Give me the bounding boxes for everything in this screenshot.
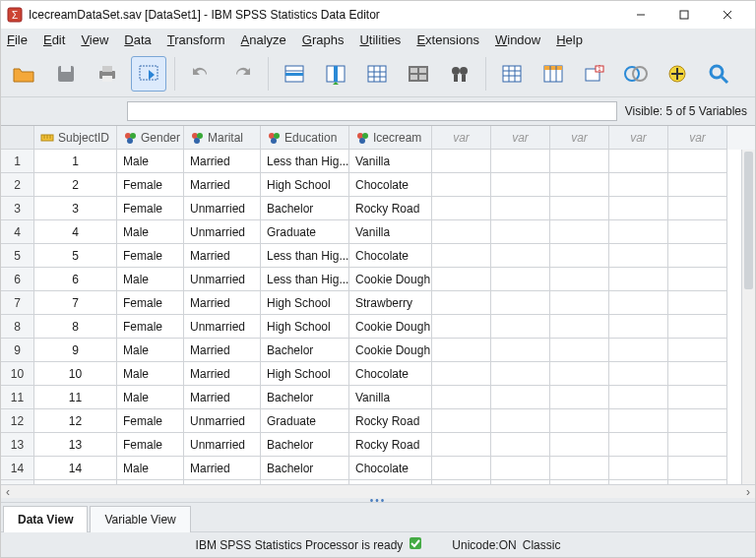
- menu-file[interactable]: File: [7, 32, 28, 47]
- cell-marital[interactable]: Married: [184, 386, 261, 409]
- cell-subjectid[interactable]: 5: [34, 244, 117, 268]
- cell-gender[interactable]: Male: [117, 150, 184, 173]
- cell-empty[interactable]: [491, 220, 550, 244]
- cell-empty[interactable]: [491, 268, 550, 291]
- close-button[interactable]: [706, 1, 749, 29]
- cell-empty[interactable]: [432, 315, 491, 339]
- cell-marital[interactable]: Married: [184, 173, 261, 197]
- cell-subjectid[interactable]: 13: [34, 433, 117, 457]
- cell-subjectid[interactable]: 14: [34, 457, 117, 480]
- cell-empty[interactable]: [668, 362, 727, 386]
- print-button[interactable]: [90, 56, 125, 92]
- cell-icecream[interactable]: Rocky Road: [349, 433, 432, 457]
- menu-utilities[interactable]: Utilities: [359, 32, 401, 47]
- tab-variable-view[interactable]: Variable View: [90, 506, 190, 532]
- cell-empty[interactable]: [668, 315, 727, 339]
- row-number[interactable]: 2: [1, 173, 34, 197]
- cell-empty[interactable]: [550, 362, 609, 386]
- cell-empty[interactable]: [668, 409, 727, 433]
- menu-transform[interactable]: Transform: [167, 32, 225, 47]
- cell-empty[interactable]: [668, 386, 727, 409]
- vertical-scrollbar[interactable]: [741, 150, 755, 484]
- cell-subjectid[interactable]: 11: [34, 386, 117, 409]
- cell-empty[interactable]: [491, 315, 550, 339]
- col-header-empty[interactable]: var: [432, 126, 491, 150]
- cell-empty[interactable]: [668, 457, 727, 480]
- cell-education[interactable]: High School: [261, 362, 349, 386]
- cell-education[interactable]: Graduate: [261, 220, 349, 244]
- cell-subjectid[interactable]: 15: [34, 480, 117, 484]
- col-header-empty[interactable]: var: [668, 126, 727, 150]
- cell-empty[interactable]: [609, 197, 668, 220]
- cell-gender[interactable]: Male: [117, 457, 184, 480]
- row-number[interactable]: 11: [1, 386, 34, 409]
- cell-empty[interactable]: [609, 409, 668, 433]
- cell-empty[interactable]: [609, 268, 668, 291]
- compute-button[interactable]: [401, 56, 436, 92]
- cell-empty[interactable]: [491, 409, 550, 433]
- cell-gender[interactable]: Female: [117, 173, 184, 197]
- cell-icecream[interactable]: Chocolate: [349, 362, 432, 386]
- menu-extensions[interactable]: Extensions: [416, 32, 479, 47]
- cell-empty[interactable]: [550, 457, 609, 480]
- cell-education[interactable]: Bachelor: [261, 457, 349, 480]
- maximize-button[interactable]: [662, 1, 706, 29]
- cell-empty[interactable]: [609, 480, 668, 484]
- cell-gender[interactable]: Male: [117, 362, 184, 386]
- cell-icecream[interactable]: Chocolate: [349, 173, 432, 197]
- cell-marital[interactable]: Unmarried: [184, 315, 261, 339]
- col-header-empty[interactable]: var: [609, 126, 668, 150]
- cell-empty[interactable]: [550, 173, 609, 197]
- cell-empty[interactable]: [432, 220, 491, 244]
- cell-education[interactable]: Graduate: [261, 409, 349, 433]
- cell-empty[interactable]: [491, 457, 550, 480]
- row-number[interactable]: 1: [1, 150, 34, 173]
- cell-education[interactable]: Graduate: [261, 480, 349, 484]
- cell-empty[interactable]: [609, 339, 668, 362]
- menu-graphs[interactable]: Graphs: [302, 32, 345, 47]
- cell-icecream[interactable]: Chocolate: [349, 457, 432, 480]
- col-header-empty[interactable]: var: [550, 126, 609, 150]
- cell-empty[interactable]: [491, 339, 550, 362]
- cell-education[interactable]: High School: [261, 291, 349, 315]
- cell-empty[interactable]: [491, 362, 550, 386]
- cell-empty[interactable]: [432, 150, 491, 173]
- row-number[interactable]: 8: [1, 315, 34, 339]
- cell-empty[interactable]: [668, 220, 727, 244]
- cell-empty[interactable]: [491, 386, 550, 409]
- cell-empty[interactable]: [491, 244, 550, 268]
- cell-empty[interactable]: [432, 173, 491, 197]
- cell-education[interactable]: Bachelor: [261, 433, 349, 457]
- row-number[interactable]: 14: [1, 457, 34, 480]
- cell-icecream[interactable]: Cookie Dough: [349, 315, 432, 339]
- cell-icecream[interactable]: Strawberry: [349, 291, 432, 315]
- cell-empty[interactable]: [609, 457, 668, 480]
- find-button[interactable]: [442, 56, 477, 92]
- cell-empty[interactable]: [432, 197, 491, 220]
- tab-data-view[interactable]: Data View: [3, 506, 88, 532]
- cell-empty[interactable]: [491, 197, 550, 220]
- col-header-education[interactable]: Education: [261, 126, 349, 150]
- toggle-value-labels-button[interactable]: [131, 56, 166, 92]
- cell-marital[interactable]: Unmarried: [184, 220, 261, 244]
- cell-empty[interactable]: [432, 339, 491, 362]
- cell-empty[interactable]: [609, 173, 668, 197]
- cell-subjectid[interactable]: 8: [34, 315, 117, 339]
- cell-subjectid[interactable]: 3: [34, 197, 117, 220]
- col-header-subjectid[interactable]: SubjectID: [34, 126, 117, 150]
- cell-gender[interactable]: Female: [117, 244, 184, 268]
- col-header-gender[interactable]: Gender: [117, 126, 184, 150]
- cell-icecream[interactable]: Vanilla: [349, 480, 432, 484]
- cell-empty[interactable]: [491, 480, 550, 484]
- cell-empty[interactable]: [609, 315, 668, 339]
- cell-empty[interactable]: [550, 291, 609, 315]
- cell-empty[interactable]: [491, 291, 550, 315]
- cell-empty[interactable]: [432, 409, 491, 433]
- cell-gender[interactable]: Female: [117, 409, 184, 433]
- goto-variable-button[interactable]: [318, 56, 353, 92]
- cell-empty[interactable]: [550, 480, 609, 484]
- cell-marital[interactable]: Unmarried: [184, 409, 261, 433]
- variables-button[interactable]: [359, 56, 395, 92]
- row-number[interactable]: 6: [1, 268, 34, 291]
- cell-education[interactable]: High School: [261, 173, 349, 197]
